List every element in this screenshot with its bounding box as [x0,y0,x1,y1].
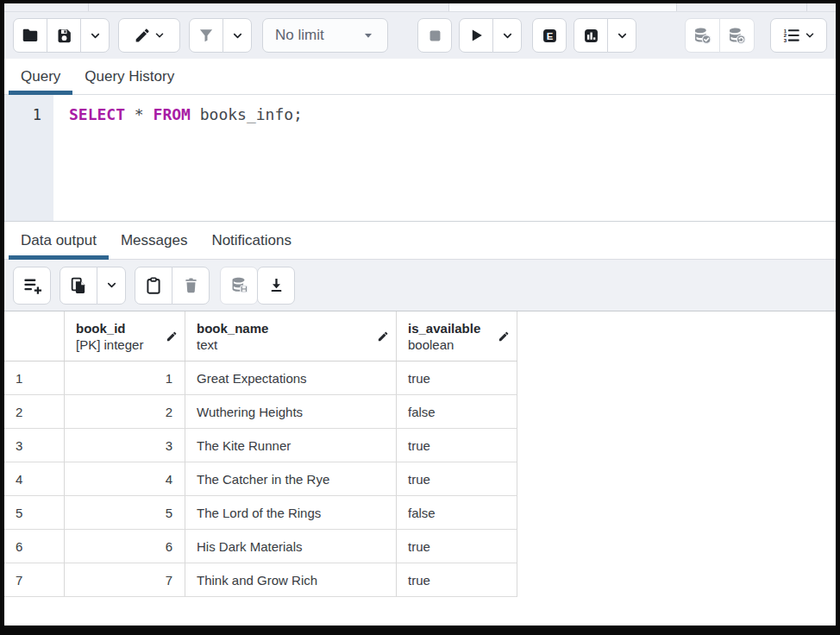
cell-book-name[interactable]: The Kite Runner [185,429,397,462]
cell-book-id[interactable]: 3 [65,429,185,462]
bar-chart-icon [582,27,600,45]
divider [806,3,807,11]
panel-tab-fragment [448,3,677,11]
floppy-save-icon [55,27,73,45]
tab-data-output[interactable]: Data output [9,222,109,259]
cell-book-name[interactable]: The Lord of the Rings [185,496,397,530]
explain-analyze-group [574,18,636,53]
paste-button[interactable] [135,267,172,305]
chevron-down-icon [616,29,629,42]
column-name: book_id [76,320,143,336]
cell-book-id[interactable]: 1 [65,362,185,395]
copy-button[interactable] [60,267,97,305]
copy-button-group [60,267,126,305]
copy-pages-icon [69,276,88,295]
play-icon [467,27,485,44]
sql-code-area[interactable]: SELECT * FROM books_info; [53,95,836,221]
column-name: book_name [197,320,268,336]
edit-menu-button[interactable] [118,18,180,53]
query-toolbar: No limit [4,12,836,59]
cell-book-name[interactable]: Wuthering Heights [185,395,397,429]
stop-button[interactable] [417,18,452,53]
cell-book-id[interactable]: 2 [65,395,185,429]
cell-is-available[interactable]: true [397,362,517,395]
cell-is-available[interactable]: false [397,496,517,530]
explain-button[interactable]: E [532,18,567,53]
edit-pencil-icon[interactable] [377,330,389,343]
chevron-down-icon [154,29,166,41]
row-number-cell[interactable]: 5 [4,496,65,530]
row-number-cell[interactable]: 1 [4,362,65,395]
row-number-cell[interactable]: 2 [4,395,65,429]
cell-book-name[interactable]: The Catcher in the Rye [185,462,397,496]
column-type: text [197,336,268,353]
row-number-cell[interactable]: 7 [4,563,65,597]
pencil-edit-icon [134,27,151,44]
cell-is-available[interactable]: true [397,462,517,496]
column-type: [PK] integer [76,336,143,353]
filter-button[interactable] [189,18,223,53]
tab-query[interactable]: Query [9,59,72,94]
cell-book-id[interactable]: 4 [65,462,185,496]
column-header-is-available[interactable]: is_available boolean [397,311,517,361]
open-file-button[interactable] [13,18,47,53]
download-button[interactable] [257,267,295,305]
execute-button[interactable] [459,18,493,53]
save-dropdown-button[interactable] [80,18,110,53]
cell-book-id[interactable]: 7 [65,563,185,597]
execute-dropdown-button[interactable] [492,18,522,53]
macros-button-group: 123 [770,18,827,53]
sql-text: books_info; [191,105,303,123]
edit-pencil-icon[interactable] [166,330,178,343]
cell-book-name[interactable]: His Dark Materials [185,530,397,563]
cell-is-available[interactable]: true [397,563,517,597]
chevron-down-icon [231,29,244,42]
cell-book-name[interactable]: Great Expectations [185,362,397,395]
edit-pencil-icon[interactable] [498,330,510,343]
tab-notifications[interactable]: Notifications [199,222,304,259]
cell-book-id[interactable]: 6 [65,530,185,563]
cell-is-available[interactable]: true [397,429,517,462]
execute-button-group [459,18,522,53]
tab-messages[interactable]: Messages [109,222,199,259]
add-row-button[interactable] [13,267,51,305]
filter-dropdown-button[interactable] [223,18,252,53]
paste-delete-group [135,267,210,305]
cell-is-available[interactable]: true [397,530,517,563]
tab-messages-label: Messages [121,232,187,249]
editor-gutter: 1 [4,95,53,221]
tab-query-history[interactable]: Query History [72,59,186,94]
chevron-down-icon [501,29,514,42]
commit-button[interactable] [685,18,720,53]
cell-is-available[interactable]: false [397,395,517,429]
save-data-changes-button[interactable] [220,267,258,305]
chevron-down-icon [89,29,102,42]
numbered-list-icon: 123 [782,26,801,45]
column-header-book-id[interactable]: book_id [PK] integer [65,311,185,361]
column-type: boolean [408,336,480,353]
rollback-button[interactable] [719,18,755,53]
explain-analyze-button[interactable] [574,18,608,53]
download-icon [267,276,285,294]
grid-body: 1 1 Great Expectations true 2 2 Wutherin… [4,362,517,597]
explain-dropdown-button[interactable] [607,18,636,53]
header-corner-cell[interactable] [4,311,65,361]
copy-dropdown-button[interactable] [97,267,126,305]
macros-button[interactable]: 123 [770,18,827,53]
row-number-cell[interactable]: 6 [4,530,65,563]
query-tool-window: No limit [0,0,840,635]
row-number-cell[interactable]: 3 [4,429,65,462]
column-header-book-name[interactable]: book_name text [185,311,397,361]
row-limit-select[interactable]: No limit [262,18,388,53]
file-button-group [13,18,110,53]
delete-button[interactable] [172,267,210,305]
row-number-cell[interactable]: 4 [4,462,65,496]
cell-book-id[interactable]: 5 [65,496,185,530]
tab-notifications-label: Notifications [211,232,291,249]
save-button[interactable] [47,18,81,53]
edit-button-group [118,18,180,53]
cell-book-name[interactable]: Think and Grow Rich [185,563,397,597]
chevron-down-icon [105,279,118,292]
table-row: 6 6 His Dark Materials true [4,530,517,563]
sql-keyword: SELECT [69,105,125,123]
